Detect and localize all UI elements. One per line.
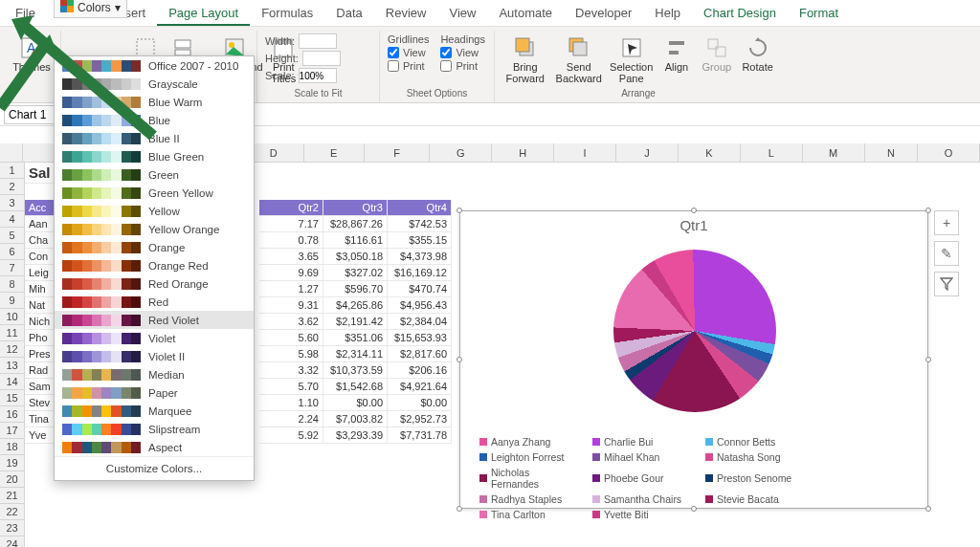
row-head-18[interactable]: 18 [0, 439, 25, 455]
row-head-2[interactable]: 2 [0, 179, 25, 195]
headings-print[interactable]: Print [438, 59, 486, 73]
scale-row[interactable]: Scale: [263, 67, 373, 84]
legend-item[interactable]: Stevie Bacata [705, 493, 805, 505]
height-row[interactable]: Height: [263, 50, 373, 67]
color-theme-orange-red[interactable]: Orange Red [55, 256, 254, 274]
col-head-O[interactable]: O [918, 143, 980, 163]
row-head-24[interactable]: 24 [0, 536, 25, 547]
col-head-I[interactable]: I [554, 143, 616, 163]
cell[interactable]: $116.61 [323, 232, 388, 249]
ribbon-tab-help[interactable]: Help [643, 0, 692, 26]
selection-pane-button[interactable]: Selection Pane [608, 33, 656, 88]
row-head-19[interactable]: 19 [0, 455, 25, 471]
cell[interactable]: $2,952.73 [388, 411, 452, 427]
cell[interactable]: $4,373.98 [388, 249, 452, 265]
cell[interactable]: $16,169.12 [388, 265, 452, 281]
ribbon-tab-data[interactable]: Data [324, 0, 373, 26]
cell[interactable]: 5.98 [259, 346, 323, 362]
cell[interactable]: $2,384.04 [388, 314, 452, 330]
resize-handle[interactable] [691, 208, 697, 213]
cell[interactable]: 2.24 [259, 411, 323, 427]
row-head-8[interactable]: 8 [0, 276, 25, 293]
color-theme-yellow[interactable]: Yellow [55, 202, 254, 220]
cell[interactable]: $0.00 [323, 395, 388, 411]
cell[interactable]: 0.78 [259, 232, 323, 249]
legend-item[interactable]: Aanya Zhang [479, 436, 579, 448]
cell[interactable]: $742.53 [388, 216, 452, 232]
cell[interactable]: $327.02 [323, 265, 388, 281]
cell[interactable]: $0.00 [388, 395, 452, 411]
legend-item[interactable]: Samantha Chairs [592, 493, 692, 505]
resize-handle[interactable] [925, 506, 931, 512]
cell[interactable]: $2,314.11 [323, 346, 388, 362]
col-head-E[interactable]: E [304, 143, 365, 163]
legend-item[interactable]: Natasha Song [705, 451, 805, 463]
legend-item[interactable]: Preston Senome [705, 467, 805, 490]
resize-handle[interactable] [925, 357, 931, 362]
cell[interactable]: $470.74 [388, 281, 452, 297]
cell[interactable]: $3,293.39 [323, 427, 388, 444]
gridlines-view[interactable]: View [386, 46, 431, 59]
cell[interactable]: Qtr3 [323, 200, 388, 216]
color-theme-red-violet[interactable]: Red Violet [55, 311, 254, 329]
cell[interactable]: $4,265.86 [323, 297, 388, 314]
cell[interactable]: $351.06 [323, 330, 388, 346]
cell[interactable]: 7.17 [259, 216, 323, 232]
ribbon-tab-view[interactable]: View [437, 0, 487, 26]
color-theme-red-orange[interactable]: Red Orange [55, 274, 254, 293]
cell[interactable]: 5.70 [259, 379, 323, 395]
col-head-J[interactable]: J [616, 143, 679, 163]
cell[interactable]: 1.10 [259, 395, 323, 411]
resize-handle[interactable] [925, 208, 931, 213]
cell[interactable]: 5.60 [259, 330, 323, 346]
legend-item[interactable]: Charlie Bui [592, 436, 692, 448]
cell[interactable]: $10,373.59 [323, 362, 388, 379]
headings-view[interactable]: View [438, 46, 486, 59]
color-theme-median[interactable]: Median [55, 365, 254, 383]
cell[interactable]: $355.15 [388, 232, 452, 249]
legend-item[interactable]: Mihael Khan [592, 451, 692, 463]
height-input[interactable] [302, 51, 341, 66]
cell[interactable]: $4,956.43 [388, 297, 452, 314]
row-head-1[interactable]: 1 [0, 163, 25, 179]
chart-brush-button[interactable]: ✎ [934, 241, 959, 266]
cell[interactable]: Qtr2 [259, 200, 323, 216]
resize-handle[interactable] [691, 506, 697, 512]
cell[interactable]: 9.31 [259, 297, 323, 314]
row-head-16[interactable]: 16 [0, 406, 25, 423]
ribbon-tab-format[interactable]: Format [788, 0, 850, 26]
legend-item[interactable]: Radhya Staples [479, 493, 579, 505]
resize-handle[interactable] [457, 506, 462, 512]
rotate-button[interactable]: Rotate [739, 33, 776, 88]
legend-item[interactable]: Nicholas Fernandes [479, 467, 579, 490]
col-head-K[interactable]: K [679, 143, 741, 163]
ribbon-tab-chart-design[interactable]: Chart Design [692, 0, 788, 26]
customize-colors[interactable]: Customize Colors... [55, 456, 254, 480]
ribbon-tab-automate[interactable]: Automate [487, 0, 564, 26]
col-head-N[interactable]: N [865, 143, 919, 163]
cell[interactable]: 3.32 [259, 362, 323, 379]
color-theme-green-yellow[interactable]: Green Yellow [55, 184, 254, 202]
color-theme-yellow-orange[interactable]: Yellow Orange [55, 220, 254, 238]
row-head-10[interactable]: 10 [0, 309, 25, 325]
width-row[interactable]: Width: [263, 33, 373, 50]
row-head-11[interactable]: 11 [0, 325, 25, 341]
width-input[interactable] [299, 33, 337, 49]
legend-item[interactable]: Leighton Forrest [479, 451, 579, 463]
chart-title[interactable]: Qtr1 [460, 211, 927, 233]
col-head-F[interactable]: F [365, 143, 431, 163]
ribbon-tab-formulas[interactable]: Formulas [250, 0, 324, 26]
ribbon-tab-developer[interactable]: Developer [564, 0, 643, 26]
cell[interactable]: $28,867.26 [323, 216, 388, 232]
row-head-14[interactable]: 14 [0, 374, 25, 390]
cell[interactable]: 3.65 [259, 249, 323, 265]
scale-input[interactable] [299, 68, 337, 83]
cell[interactable]: $4,921.64 [388, 379, 452, 395]
row-head-5[interactable]: 5 [0, 228, 25, 244]
col-head-G[interactable]: G [430, 143, 492, 163]
color-theme-blue-green[interactable]: Blue Green [55, 147, 254, 165]
color-theme-slipstream[interactable]: Slipstream [55, 420, 254, 438]
row-head-21[interactable]: 21 [0, 488, 25, 504]
row-head-15[interactable]: 15 [0, 390, 25, 406]
cell[interactable]: $596.70 [323, 281, 388, 297]
